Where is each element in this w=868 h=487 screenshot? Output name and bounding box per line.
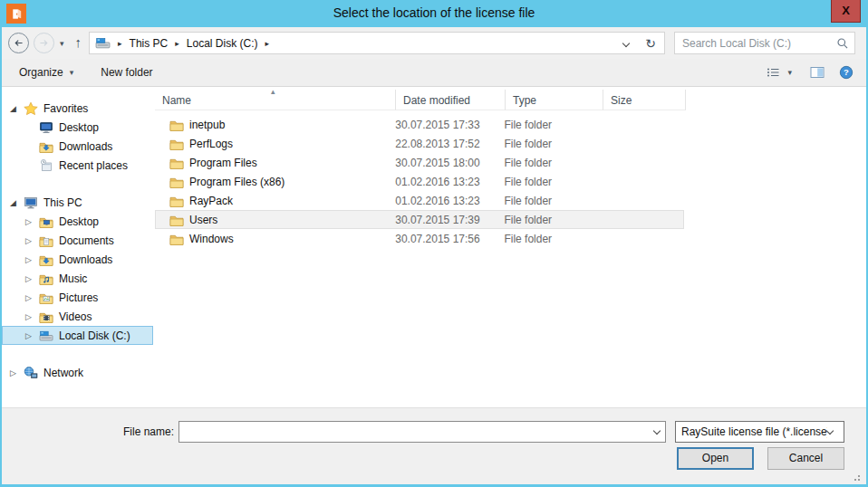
folder-icon xyxy=(169,194,184,208)
file-type-select[interactable]: RaySuite license file (*.license) xyxy=(675,421,844,443)
column-header-label: Date modified xyxy=(403,94,470,107)
main-content: ◢FavoritesDesktopDownloadsRecent places◢… xyxy=(2,87,866,407)
sort-ascending-icon: ▴ xyxy=(271,87,275,96)
new-folder-button[interactable]: New folder xyxy=(101,66,152,79)
network-icon xyxy=(23,366,38,380)
expander-icon[interactable]: ▷ xyxy=(25,217,38,226)
search-input[interactable] xyxy=(680,36,836,51)
file-row-perflogs[interactable]: PerfLogs22.08.2013 17:52File folder xyxy=(155,134,684,153)
column-header-size[interactable]: Size xyxy=(603,90,686,110)
file-row-program-files-x86[interactable]: Program Files (x86)01.02.2016 13:23File … xyxy=(155,172,684,191)
sidebar-item-downloads[interactable]: ▷Downloads xyxy=(2,250,153,269)
view-options-dropdown[interactable]: ▾ xyxy=(784,68,796,77)
expander-icon[interactable]: ◢ xyxy=(10,198,23,207)
command-bar: Organize ▾ New folder ▾ ? xyxy=(2,59,866,87)
chevron-down-icon: ▾ xyxy=(70,68,74,77)
date-modified-cell: 30.07.2015 17:56 xyxy=(395,233,504,245)
help-button[interactable]: ? xyxy=(839,65,854,80)
sidebar-item-network[interactable]: ▷Network xyxy=(2,363,153,382)
sidebar-item-pictures[interactable]: ▷Pictures xyxy=(2,288,153,307)
file-name-cell: PerfLogs xyxy=(156,137,395,151)
type-cell: File folder xyxy=(504,233,601,245)
close-button[interactable]: X xyxy=(831,0,861,23)
file-name-text: Program Files (x86) xyxy=(189,176,285,188)
chevron-down-icon xyxy=(826,427,834,434)
sidebar-item-label: Videos xyxy=(59,310,92,323)
sidebar-item-recent-places[interactable]: Recent places xyxy=(2,156,153,175)
expander-icon[interactable]: ▷ xyxy=(25,255,38,264)
open-button[interactable]: Open xyxy=(677,447,754,470)
desktop-folder-icon xyxy=(38,215,53,229)
sidebar-item-label: Desktop xyxy=(59,215,99,228)
column-headers: Name▴Date modifiedTypeSize xyxy=(155,90,866,110)
column-header-date-modified[interactable]: Date modified xyxy=(396,90,506,110)
search-icon xyxy=(836,37,849,50)
sidebar-item-downloads[interactable]: Downloads xyxy=(2,137,153,156)
breadcrumb-this-pc[interactable]: This PC xyxy=(130,37,169,50)
address-bar[interactable]: ▸ This PC ▸ Local Disk (C:) ▸ ↻ xyxy=(89,32,665,54)
expander-icon[interactable]: ▷ xyxy=(10,368,23,377)
file-name-cell: Windows xyxy=(156,232,395,246)
dialog-footer: File name: RaySuite license file (*.lice… xyxy=(2,407,866,485)
disk-icon xyxy=(38,329,53,343)
file-name-input[interactable] xyxy=(179,422,654,442)
file-name-text: PerfLogs xyxy=(189,138,233,150)
expander-icon[interactable]: ▷ xyxy=(25,331,38,340)
file-name-combo xyxy=(178,421,666,443)
sidebar-group-label: Favorites xyxy=(43,102,88,115)
sidebar-item-local-disk-c[interactable]: ▷Local Disk (C:) xyxy=(2,326,153,345)
forward-button[interactable] xyxy=(34,33,54,53)
sidebar-item-videos[interactable]: ▷Videos xyxy=(2,307,153,326)
downloads-icon xyxy=(38,253,53,267)
back-button[interactable] xyxy=(8,33,29,53)
preview-pane-button[interactable] xyxy=(810,65,825,80)
sidebar-group-favorites: ◢FavoritesDesktopDownloadsRecent places xyxy=(2,99,153,175)
breadcrumb-separator-icon: ▸ xyxy=(111,39,130,48)
expander-icon[interactable]: ▷ xyxy=(25,274,38,283)
file-row-raypack[interactable]: RayPack01.02.2016 13:23File folder xyxy=(155,191,684,210)
sidebar-item-label: Downloads xyxy=(59,253,112,266)
cancel-button[interactable]: Cancel xyxy=(767,447,844,470)
up-button[interactable]: ↑ xyxy=(70,34,90,52)
file-name-cell: Program Files xyxy=(156,156,395,170)
breadcrumb-separator-icon: ▸ xyxy=(168,39,187,48)
file-name-cell: Program Files (x86) xyxy=(156,175,395,189)
expander-icon[interactable]: ▷ xyxy=(25,312,38,321)
refresh-button[interactable]: ↻ xyxy=(641,36,661,51)
recent-locations-dropdown[interactable]: ▾ xyxy=(54,39,70,48)
chevron-down-icon[interactable] xyxy=(653,427,661,434)
expander-icon[interactable]: ▷ xyxy=(25,236,38,245)
file-row-users[interactable]: Users30.07.2015 17:39File folder xyxy=(155,210,684,229)
sidebar-item-this-pc[interactable]: ◢This PC xyxy=(2,193,153,212)
file-row-inetpub[interactable]: inetpub30.07.2015 17:33File folder xyxy=(155,115,684,134)
search-box[interactable] xyxy=(674,32,855,54)
sidebar-item-desktop[interactable]: Desktop xyxy=(2,118,153,137)
date-modified-cell: 01.02.2016 13:23 xyxy=(395,176,504,188)
file-row-windows[interactable]: Windows30.07.2015 17:56File folder xyxy=(155,229,684,248)
sidebar-item-favorites[interactable]: ◢Favorites xyxy=(2,99,153,118)
column-header-name[interactable]: Name▴ xyxy=(155,90,396,110)
file-name-label: File name: xyxy=(123,425,174,438)
column-header-type[interactable]: Type xyxy=(506,90,603,110)
recent-icon xyxy=(38,158,53,173)
organize-button[interactable]: Organize ▾ xyxy=(19,66,73,79)
date-modified-cell: 30.07.2015 17:33 xyxy=(395,119,504,131)
resize-grip[interactable] xyxy=(851,472,860,481)
file-list-pane: Name▴Date modifiedTypeSize inetpub30.07.… xyxy=(155,87,866,407)
open-file-dialog: Select the location of the license file … xyxy=(0,0,868,487)
sidebar-item-music[interactable]: ▷Music xyxy=(2,269,153,288)
breadcrumb-local-disk[interactable]: Local Disk (C:) xyxy=(187,37,258,50)
file-name-text: Windows xyxy=(189,233,234,245)
sidebar-item-documents[interactable]: ▷Documents xyxy=(2,231,153,250)
file-name-text: Program Files xyxy=(189,157,257,169)
sidebar-item-desktop[interactable]: ▷Desktop xyxy=(2,212,153,231)
folder-icon xyxy=(169,156,184,170)
folder-icon xyxy=(169,232,184,246)
navigation-bar: ▾ ↑ ▸ This PC ▸ Local Disk (C:) ▸ ↻ xyxy=(2,27,866,59)
change-view-button[interactable] xyxy=(766,65,780,80)
expander-icon[interactable]: ◢ xyxy=(10,104,23,113)
expander-icon[interactable]: ▷ xyxy=(25,293,38,302)
forward-arrow-icon xyxy=(38,37,50,49)
file-row-program-files[interactable]: Program Files30.07.2015 18:00File folder xyxy=(155,153,684,172)
address-history-dropdown[interactable] xyxy=(617,35,641,52)
